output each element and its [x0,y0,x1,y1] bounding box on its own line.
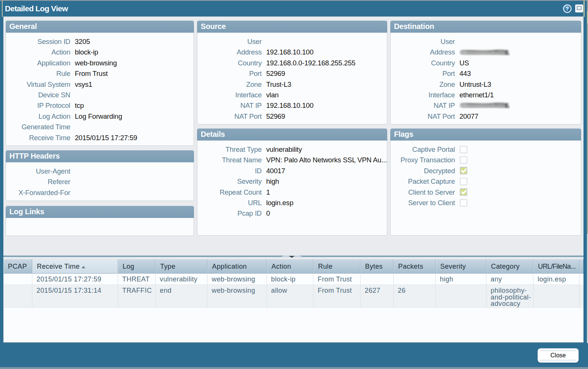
svg-text:6: 6 [505,50,508,56]
svg-text:6: 6 [505,103,508,109]
